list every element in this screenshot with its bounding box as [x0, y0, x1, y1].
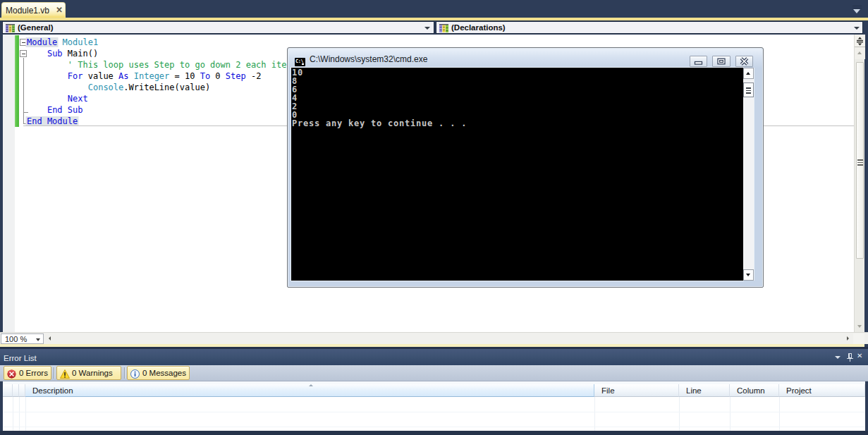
code-line[interactable]: Sub Main() [27, 48, 322, 59]
grid-header-line[interactable]: Line [679, 384, 730, 397]
chevron-down-icon[interactable] [424, 27, 430, 30]
column-header-label: Description [32, 386, 73, 395]
breakpoint-margin[interactable] [3, 35, 15, 332]
collapse-sub-icon[interactable] [20, 50, 27, 57]
arrow-down-icon [857, 325, 862, 328]
messages-count-label: 0 Messages [142, 369, 186, 377]
members-dropdown[interactable]: (Declarations) [436, 21, 863, 34]
close-icon [736, 56, 752, 66]
code-line[interactable]: For value As Integer = 10 To 0 Step -2 [27, 71, 322, 82]
error-list-titlebar[interactable]: Error List ✕ [0, 347, 868, 365]
scroll-up-button[interactable] [743, 68, 754, 79]
close-button[interactable] [735, 56, 753, 67]
pin-head [848, 353, 852, 358]
grid-header-order-col[interactable] [13, 384, 19, 397]
tab-strip-bottom-accent [0, 18, 868, 20]
auto-hide-pin-icon[interactable] [847, 353, 853, 363]
outline-line [23, 58, 24, 112]
grid-header-column[interactable]: Column [730, 384, 779, 397]
arrow-right-icon [847, 336, 849, 341]
errors-count-label: 0 Errors [19, 369, 48, 377]
splitter-handle[interactable] [855, 35, 865, 47]
errors-filter-button[interactable]: 0 Errors [4, 366, 51, 380]
code-token: Sub [47, 49, 63, 59]
warning-icon [60, 369, 69, 378]
zoom-dropdown[interactable]: 100 % [1, 333, 44, 344]
code-token: ' This loop uses Step to go down 2 each … [68, 60, 322, 70]
maximize-button[interactable] [712, 56, 731, 67]
tab-close-icon[interactable]: ✕ [56, 5, 63, 15]
grid-header-file[interactable]: File [594, 384, 679, 397]
code-token [57, 37, 62, 47]
code-line[interactable]: End Sub [27, 104, 322, 116]
outline-line [23, 112, 24, 123]
console-line: 8 [292, 77, 467, 85]
console-line: 4 [292, 94, 467, 102]
cmd-icon-cursor [302, 63, 304, 65]
warnings-filter-button[interactable]: 0 Warnings [56, 366, 121, 380]
grid-header-category-col[interactable] [19, 384, 25, 397]
objects-dropdown[interactable]: (General) [2, 21, 434, 34]
list-line [852, 6, 862, 6]
code-token [27, 49, 47, 59]
code-token: Next [68, 94, 88, 104]
editor-horizontal-scrollbar[interactable]: 100 % [0, 332, 868, 344]
cmd-icon: C:\ [295, 58, 305, 66]
pin-needle [850, 359, 850, 362]
code-text[interactable]: Module Module1 Sub Main() ' This loop us… [27, 37, 322, 127]
chevron-down-icon[interactable] [854, 27, 860, 30]
scroll-left-button[interactable] [44, 333, 56, 344]
console-scrollbar[interactable] [743, 68, 754, 281]
document-tab-strip: Module1.vb ✕ [0, 0, 868, 18]
chevron-down-icon[interactable] [36, 338, 40, 341]
scrollbar-thumb[interactable] [743, 82, 754, 97]
scroll-up-button[interactable] [855, 47, 865, 59]
thumb-grip-line [857, 159, 863, 161]
code-token: Integer [134, 71, 170, 81]
change-tracking-bar [15, 35, 19, 127]
warning-icon-image [60, 369, 70, 379]
code-line[interactable]: Next [27, 93, 322, 104]
error-icon [7, 369, 16, 378]
scroll-down-button[interactable] [743, 269, 754, 281]
document-list-dropdown[interactable] [852, 6, 863, 15]
console-line: 2 [292, 102, 467, 111]
code-token: Console [88, 82, 124, 92]
messages-filter-button[interactable]: 0 Messages [127, 366, 190, 380]
window-position-menu-icon[interactable] [835, 356, 841, 359]
code-token: = 10 [169, 71, 200, 81]
tab-module1vb[interactable]: Module1.vb ✕ [1, 2, 66, 18]
code-token: Main() [63, 49, 99, 59]
arrow-up-icon [857, 51, 862, 54]
column-header-label: Column [737, 386, 765, 395]
close-icon[interactable]: ✕ [857, 352, 862, 360]
code-token: Module [27, 37, 57, 47]
column-header-label: File [601, 386, 615, 395]
thumb-grip-line [746, 90, 751, 92]
grid-header-project[interactable]: Project [779, 384, 865, 397]
chevron-down-icon [853, 9, 860, 13]
scroll-right-button[interactable] [843, 333, 853, 344]
error-list-grid: Description File Line Column Project [0, 381, 868, 431]
objects-icon-image [6, 24, 15, 33]
code-token [27, 60, 68, 70]
scrollbar-corner [853, 333, 864, 345]
code-line[interactable]: Module Module1 [27, 37, 322, 48]
scroll-down-button[interactable] [855, 321, 865, 332]
code-token: For [68, 71, 83, 81]
editor-vertical-scrollbar[interactable] [854, 35, 864, 332]
grid-header-icon-col[interactable] [3, 384, 13, 397]
cmd-titlebar[interactable]: C:\ C:\Windows\system32\cmd.exe [288, 49, 762, 68]
cmd-window[interactable]: C:\ C:\Windows\system32\cmd.exe 1086420P… [287, 47, 764, 288]
collapse-module-icon[interactable] [20, 39, 27, 46]
minimize-button[interactable] [690, 56, 707, 67]
code-token: End Sub [47, 105, 83, 115]
grid-line [3, 427, 865, 427]
console-output[interactable]: 1086420Press any key to continue . . . [291, 68, 743, 281]
code-line[interactable]: Console.WriteLine(value) [27, 82, 322, 93]
maximize-icon [713, 56, 730, 66]
column-header-label: Project [786, 386, 812, 395]
thumb-grip-line [746, 87, 751, 89]
code-line[interactable]: ' This loop uses Step to go down 2 each … [27, 59, 322, 71]
scrollbar-thumb[interactable] [856, 62, 864, 259]
